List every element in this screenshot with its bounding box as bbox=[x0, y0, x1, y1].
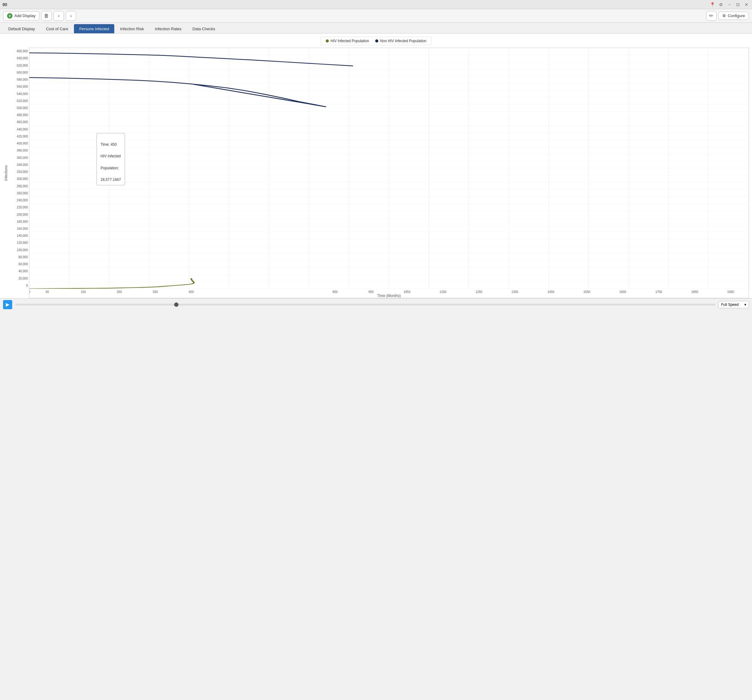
y-tick: 240,000 bbox=[9, 197, 29, 204]
y-tick: 260,000 bbox=[9, 190, 29, 197]
toolbar-left: + Add Display 🗑 ‹ › bbox=[3, 11, 76, 21]
expand-icon[interactable]: ⊡ bbox=[735, 2, 741, 8]
x-label-1850: 1850 bbox=[691, 290, 698, 293]
y-tick: 40,000 bbox=[9, 268, 29, 275]
y-tick: 360,000 bbox=[9, 154, 29, 161]
chart-legend: HIV Infected Population Non HIV Infected… bbox=[320, 37, 432, 45]
y-tick: 100,000 bbox=[9, 247, 29, 254]
play-button[interactable]: ▶ bbox=[3, 300, 12, 309]
x-label-1450: 1450 bbox=[548, 290, 554, 293]
y-tick: 560,000 bbox=[9, 83, 29, 90]
hiv-dot bbox=[326, 39, 329, 42]
svg-rect-4 bbox=[30, 48, 749, 289]
y-tick: 140,000 bbox=[9, 232, 29, 239]
non-hiv-dot bbox=[375, 39, 378, 42]
progress-bar[interactable] bbox=[15, 304, 715, 306]
delete-button[interactable]: 🗑 bbox=[41, 11, 52, 21]
add-display-label: Add Display bbox=[14, 14, 36, 18]
y-tick: 20,000 bbox=[9, 275, 29, 282]
x-label-1250: 1250 bbox=[475, 290, 482, 293]
plus-icon: + bbox=[7, 13, 12, 19]
location-icon[interactable]: 📍 bbox=[709, 2, 715, 8]
trash-icon: 🗑 bbox=[44, 13, 49, 19]
chart-area: HIV Infected Population Non HIV Infected… bbox=[0, 34, 752, 298]
y-tick: 400,000 bbox=[9, 140, 29, 147]
non-hiv-legend-label: Non HIV Infected Population bbox=[380, 39, 426, 43]
y-tick: 620,000 bbox=[9, 62, 29, 69]
x-axis-labels: 0 50 150 250 350 450 850 950 1050 1150 1… bbox=[30, 289, 749, 298]
x-label-450: 450 bbox=[188, 290, 194, 293]
configure-label: Configure bbox=[728, 14, 745, 18]
configure-button[interactable]: ⚙ Configure bbox=[718, 12, 749, 20]
bottom-bar: ▶ Full Speed ▾ bbox=[0, 298, 752, 310]
legend-non-hiv: Non HIV Infected Population bbox=[375, 39, 426, 43]
tabs-bar: Default Display Cost of Care Persons Inf… bbox=[0, 23, 752, 34]
window-number: 90 bbox=[2, 2, 7, 7]
y-tick: 500,000 bbox=[9, 104, 29, 112]
settings-icon[interactable]: ⚙ bbox=[718, 2, 724, 8]
y-tick: 520,000 bbox=[9, 98, 29, 104]
x-label-50: 50 bbox=[45, 290, 49, 293]
chart-plot[interactable]: Time: 450 HIV Infected Population: 28,57… bbox=[29, 48, 749, 298]
x-label-150: 150 bbox=[81, 290, 86, 293]
window-controls: 📍 ⚙ − ⊡ ✕ bbox=[709, 2, 750, 8]
y-tick: 200,000 bbox=[9, 211, 29, 218]
chart-svg bbox=[30, 48, 749, 289]
gear-icon: ⚙ bbox=[722, 14, 726, 18]
x-label-950: 950 bbox=[368, 290, 374, 293]
x-label-250: 250 bbox=[117, 290, 122, 293]
y-tick: 600,000 bbox=[9, 69, 29, 76]
chevron-left-icon: ‹ bbox=[58, 13, 60, 19]
x-label-1350: 1350 bbox=[511, 290, 518, 293]
x-label-350: 350 bbox=[153, 290, 158, 293]
speed-label: Full Speed bbox=[721, 303, 738, 307]
progress-thumb[interactable] bbox=[174, 303, 179, 307]
tab-infection-rates[interactable]: Infection Rates bbox=[150, 24, 187, 33]
speed-selector[interactable]: Full Speed ▾ bbox=[718, 301, 749, 308]
chart-container: Infections 660,000 640,000 620,000 600,0… bbox=[3, 48, 749, 298]
toolbar-right: ✏ ⚙ Configure bbox=[706, 11, 749, 21]
y-tick: 340,000 bbox=[9, 161, 29, 168]
y-tick: 480,000 bbox=[9, 112, 29, 118]
x-axis-title: Time (Months) bbox=[30, 293, 749, 298]
y-tick: 160,000 bbox=[9, 225, 29, 232]
add-display-button[interactable]: + Add Display bbox=[3, 11, 39, 20]
y-tick: 440,000 bbox=[9, 126, 29, 133]
tab-data-checks[interactable]: Data Checks bbox=[187, 24, 220, 33]
next-button[interactable]: › bbox=[66, 11, 76, 21]
edit-button[interactable]: ✏ bbox=[706, 11, 716, 21]
y-tick: 80,000 bbox=[9, 254, 29, 261]
y-tick: 320,000 bbox=[9, 168, 29, 175]
x-label-850: 850 bbox=[332, 290, 338, 293]
y-axis-label: Infections bbox=[3, 48, 9, 298]
tab-default-display[interactable]: Default Display bbox=[3, 24, 40, 33]
tab-persons-infected[interactable]: Persons Infected bbox=[74, 24, 114, 33]
minus-icon[interactable]: − bbox=[726, 2, 732, 8]
title-bar: 90 📍 ⚙ − ⊡ ✕ bbox=[0, 0, 752, 9]
x-label-1150: 1150 bbox=[440, 290, 446, 293]
close-icon[interactable]: ✕ bbox=[743, 2, 750, 8]
hiv-legend-label: HIV Infected Population bbox=[331, 39, 369, 43]
x-label-0: 0 bbox=[29, 290, 30, 293]
pencil-icon: ✏ bbox=[709, 13, 713, 19]
y-tick: 280,000 bbox=[9, 182, 29, 189]
y-tick: 60,000 bbox=[9, 261, 29, 268]
x-label-1550: 1550 bbox=[583, 290, 590, 293]
y-tick: 120,000 bbox=[9, 239, 29, 246]
x-label-1050: 1050 bbox=[404, 290, 410, 293]
legend-hiv: HIV Infected Population bbox=[326, 39, 369, 43]
y-tick: 420,000 bbox=[9, 133, 29, 140]
tab-cost-of-care[interactable]: Cost of Care bbox=[40, 24, 73, 33]
y-tick: 0 bbox=[9, 282, 29, 289]
y-tick: 460,000 bbox=[9, 118, 29, 126]
x-label-1950: 1950 bbox=[727, 290, 734, 293]
y-tick: 640,000 bbox=[9, 55, 29, 62]
prev-button[interactable]: ‹ bbox=[53, 11, 64, 21]
y-tick: 380,000 bbox=[9, 147, 29, 154]
chevron-down-icon: ▾ bbox=[744, 303, 746, 307]
x-label-1650: 1650 bbox=[619, 290, 626, 293]
chevron-right-icon: › bbox=[70, 13, 72, 19]
tab-infection-risk[interactable]: Infection Risk bbox=[115, 24, 149, 33]
toolbar: + Add Display 🗑 ‹ › ✏ ⚙ Configure bbox=[0, 9, 752, 23]
y-tick: 660,000 bbox=[9, 48, 29, 55]
